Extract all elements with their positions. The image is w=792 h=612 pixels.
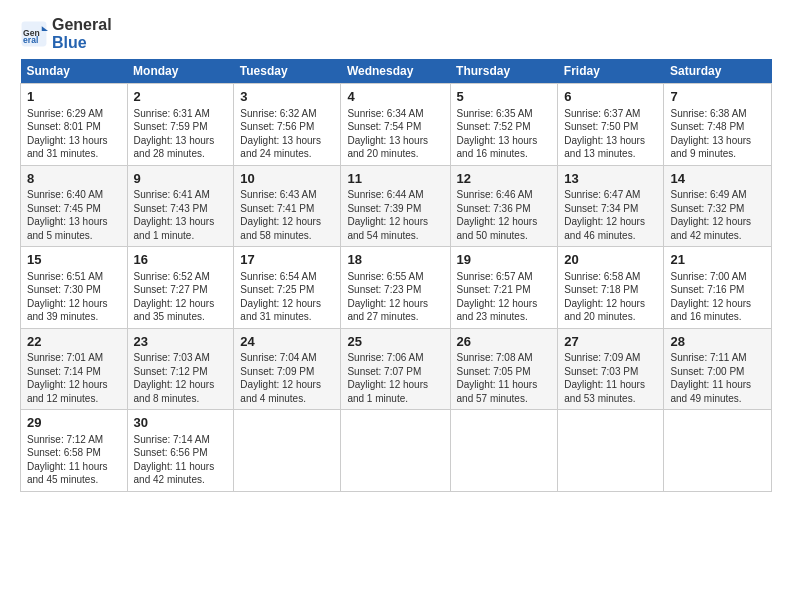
calendar-cell: 17Sunrise: 6:54 AM Sunset: 7:25 PM Dayli… (234, 247, 341, 329)
day-number: 20 (564, 251, 657, 269)
day-number: 5 (457, 88, 552, 106)
day-info: Sunrise: 6:52 AM Sunset: 7:27 PM Dayligh… (134, 270, 228, 324)
calendar-cell: 12Sunrise: 6:46 AM Sunset: 7:36 PM Dayli… (450, 165, 558, 247)
weekday-header-saturday: Saturday (664, 59, 772, 84)
calendar-cell: 7Sunrise: 6:38 AM Sunset: 7:48 PM Daylig… (664, 84, 772, 166)
day-number: 23 (134, 333, 228, 351)
calendar-cell: 4Sunrise: 6:34 AM Sunset: 7:54 PM Daylig… (341, 84, 450, 166)
day-number: 28 (670, 333, 765, 351)
calendar-cell (234, 410, 341, 492)
day-number: 6 (564, 88, 657, 106)
day-info: Sunrise: 6:49 AM Sunset: 7:32 PM Dayligh… (670, 188, 765, 242)
day-number: 13 (564, 170, 657, 188)
day-number: 18 (347, 251, 443, 269)
day-number: 7 (670, 88, 765, 106)
calendar-cell: 9Sunrise: 6:41 AM Sunset: 7:43 PM Daylig… (127, 165, 234, 247)
day-info: Sunrise: 6:55 AM Sunset: 7:23 PM Dayligh… (347, 270, 443, 324)
day-number: 29 (27, 414, 121, 432)
day-info: Sunrise: 6:58 AM Sunset: 7:18 PM Dayligh… (564, 270, 657, 324)
day-info: Sunrise: 6:41 AM Sunset: 7:43 PM Dayligh… (134, 188, 228, 242)
calendar-cell (450, 410, 558, 492)
calendar-cell: 8Sunrise: 6:40 AM Sunset: 7:45 PM Daylig… (21, 165, 128, 247)
calendar-cell: 3Sunrise: 6:32 AM Sunset: 7:56 PM Daylig… (234, 84, 341, 166)
calendar-cell: 28Sunrise: 7:11 AM Sunset: 7:00 PM Dayli… (664, 328, 772, 410)
day-number: 14 (670, 170, 765, 188)
weekday-header-monday: Monday (127, 59, 234, 84)
day-number: 24 (240, 333, 334, 351)
calendar-cell: 1Sunrise: 6:29 AM Sunset: 8:01 PM Daylig… (21, 84, 128, 166)
calendar-cell: 20Sunrise: 6:58 AM Sunset: 7:18 PM Dayli… (558, 247, 664, 329)
day-info: Sunrise: 6:46 AM Sunset: 7:36 PM Dayligh… (457, 188, 552, 242)
day-number: 8 (27, 170, 121, 188)
day-number: 19 (457, 251, 552, 269)
calendar-cell: 29Sunrise: 7:12 AM Sunset: 6:58 PM Dayli… (21, 410, 128, 492)
logo: Gen eral General Blue (20, 16, 112, 51)
day-info: Sunrise: 6:43 AM Sunset: 7:41 PM Dayligh… (240, 188, 334, 242)
weekday-header-friday: Friday (558, 59, 664, 84)
calendar-cell: 11Sunrise: 6:44 AM Sunset: 7:39 PM Dayli… (341, 165, 450, 247)
weekday-header-tuesday: Tuesday (234, 59, 341, 84)
day-info: Sunrise: 7:01 AM Sunset: 7:14 PM Dayligh… (27, 351, 121, 405)
day-number: 16 (134, 251, 228, 269)
day-info: Sunrise: 6:38 AM Sunset: 7:48 PM Dayligh… (670, 107, 765, 161)
calendar-cell: 22Sunrise: 7:01 AM Sunset: 7:14 PM Dayli… (21, 328, 128, 410)
day-number: 4 (347, 88, 443, 106)
svg-text:eral: eral (23, 35, 38, 45)
day-info: Sunrise: 7:00 AM Sunset: 7:16 PM Dayligh… (670, 270, 765, 324)
day-number: 10 (240, 170, 334, 188)
day-info: Sunrise: 6:47 AM Sunset: 7:34 PM Dayligh… (564, 188, 657, 242)
day-info: Sunrise: 6:29 AM Sunset: 8:01 PM Dayligh… (27, 107, 121, 161)
calendar-cell: 25Sunrise: 7:06 AM Sunset: 7:07 PM Dayli… (341, 328, 450, 410)
day-info: Sunrise: 6:37 AM Sunset: 7:50 PM Dayligh… (564, 107, 657, 161)
calendar-cell: 6Sunrise: 6:37 AM Sunset: 7:50 PM Daylig… (558, 84, 664, 166)
day-info: Sunrise: 7:08 AM Sunset: 7:05 PM Dayligh… (457, 351, 552, 405)
weekday-header-wednesday: Wednesday (341, 59, 450, 84)
logo-icon: Gen eral (20, 20, 48, 48)
day-number: 12 (457, 170, 552, 188)
calendar-cell (341, 410, 450, 492)
day-number: 15 (27, 251, 121, 269)
calendar-cell: 10Sunrise: 6:43 AM Sunset: 7:41 PM Dayli… (234, 165, 341, 247)
calendar-cell: 19Sunrise: 6:57 AM Sunset: 7:21 PM Dayli… (450, 247, 558, 329)
day-number: 30 (134, 414, 228, 432)
day-number: 11 (347, 170, 443, 188)
calendar-table: SundayMondayTuesdayWednesdayThursdayFrid… (20, 59, 772, 492)
day-info: Sunrise: 6:40 AM Sunset: 7:45 PM Dayligh… (27, 188, 121, 242)
weekday-header-thursday: Thursday (450, 59, 558, 84)
calendar-cell: 13Sunrise: 6:47 AM Sunset: 7:34 PM Dayli… (558, 165, 664, 247)
day-info: Sunrise: 7:09 AM Sunset: 7:03 PM Dayligh… (564, 351, 657, 405)
calendar-cell: 27Sunrise: 7:09 AM Sunset: 7:03 PM Dayli… (558, 328, 664, 410)
day-info: Sunrise: 6:35 AM Sunset: 7:52 PM Dayligh… (457, 107, 552, 161)
weekday-header-sunday: Sunday (21, 59, 128, 84)
calendar-cell: 30Sunrise: 7:14 AM Sunset: 6:56 PM Dayli… (127, 410, 234, 492)
day-info: Sunrise: 6:54 AM Sunset: 7:25 PM Dayligh… (240, 270, 334, 324)
calendar-cell: 23Sunrise: 7:03 AM Sunset: 7:12 PM Dayli… (127, 328, 234, 410)
calendar-cell: 14Sunrise: 6:49 AM Sunset: 7:32 PM Dayli… (664, 165, 772, 247)
calendar-cell: 15Sunrise: 6:51 AM Sunset: 7:30 PM Dayli… (21, 247, 128, 329)
day-info: Sunrise: 6:34 AM Sunset: 7:54 PM Dayligh… (347, 107, 443, 161)
day-number: 1 (27, 88, 121, 106)
calendar-cell: 16Sunrise: 6:52 AM Sunset: 7:27 PM Dayli… (127, 247, 234, 329)
day-number: 3 (240, 88, 334, 106)
day-info: Sunrise: 7:04 AM Sunset: 7:09 PM Dayligh… (240, 351, 334, 405)
calendar-cell (664, 410, 772, 492)
day-info: Sunrise: 7:14 AM Sunset: 6:56 PM Dayligh… (134, 433, 228, 487)
calendar-cell: 24Sunrise: 7:04 AM Sunset: 7:09 PM Dayli… (234, 328, 341, 410)
day-info: Sunrise: 7:11 AM Sunset: 7:00 PM Dayligh… (670, 351, 765, 405)
calendar-cell: 26Sunrise: 7:08 AM Sunset: 7:05 PM Dayli… (450, 328, 558, 410)
day-number: 9 (134, 170, 228, 188)
day-number: 25 (347, 333, 443, 351)
day-number: 26 (457, 333, 552, 351)
calendar-cell (558, 410, 664, 492)
logo-text: General Blue (52, 16, 112, 51)
day-number: 21 (670, 251, 765, 269)
day-info: Sunrise: 6:51 AM Sunset: 7:30 PM Dayligh… (27, 270, 121, 324)
calendar-cell: 2Sunrise: 6:31 AM Sunset: 7:59 PM Daylig… (127, 84, 234, 166)
day-number: 27 (564, 333, 657, 351)
day-number: 17 (240, 251, 334, 269)
calendar-cell: 5Sunrise: 6:35 AM Sunset: 7:52 PM Daylig… (450, 84, 558, 166)
calendar-cell: 18Sunrise: 6:55 AM Sunset: 7:23 PM Dayli… (341, 247, 450, 329)
day-number: 22 (27, 333, 121, 351)
day-info: Sunrise: 6:31 AM Sunset: 7:59 PM Dayligh… (134, 107, 228, 161)
calendar-cell: 21Sunrise: 7:00 AM Sunset: 7:16 PM Dayli… (664, 247, 772, 329)
